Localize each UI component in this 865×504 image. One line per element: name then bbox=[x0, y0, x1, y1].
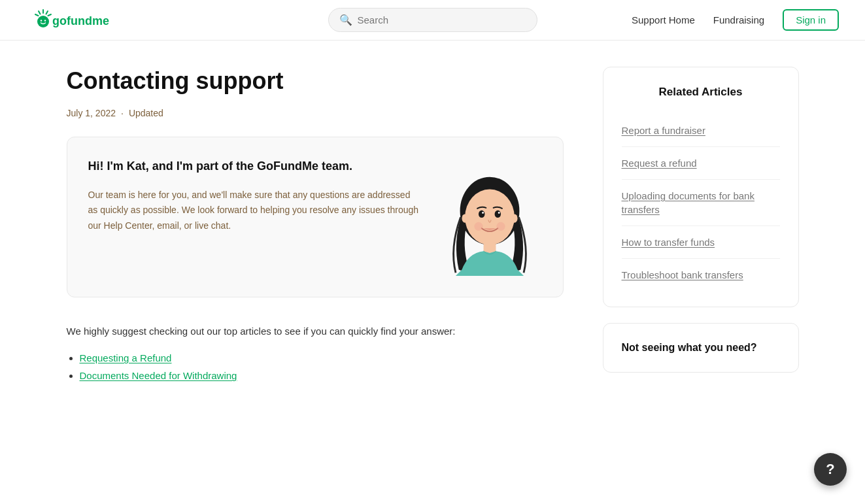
logo[interactable]: gofundme bbox=[26, 8, 111, 32]
nav-links: Support Home Fundraising Sign in bbox=[632, 9, 839, 31]
related-articles-title: Related Articles bbox=[622, 86, 780, 99]
not-seeing-box: Not seeing what you need? bbox=[603, 323, 799, 373]
search-icon: 🔍 bbox=[339, 14, 352, 26]
svg-point-17 bbox=[462, 214, 467, 223]
list-link-documents[interactable]: Documents Needed for Withdrawing bbox=[80, 370, 237, 381]
related-link-refund[interactable]: Request a refund bbox=[622, 147, 780, 180]
kat-greeting: Hi! I'm Kat, and I'm part of the GoFundM… bbox=[88, 158, 422, 175]
meta-dot: · bbox=[121, 108, 124, 118]
nav-support-home[interactable]: Support Home bbox=[632, 14, 695, 25]
svg-line-4 bbox=[35, 14, 39, 16]
bottom-text: We highly suggest checking out our top a… bbox=[67, 324, 564, 339]
related-link-troubleshoot[interactable]: Troubleshoot bank transfers bbox=[622, 259, 780, 291]
kat-illustration bbox=[441, 161, 539, 276]
nav-fundraising[interactable]: Fundraising bbox=[713, 14, 764, 25]
svg-point-12 bbox=[494, 210, 500, 218]
svg-point-16 bbox=[496, 222, 505, 231]
svg-line-1 bbox=[39, 11, 41, 14]
logo-svg: gofundme bbox=[26, 8, 111, 32]
svg-point-5 bbox=[37, 16, 49, 27]
related-articles-box: Related Articles Report a fundraiser Req… bbox=[603, 67, 799, 307]
search-input[interactable] bbox=[358, 14, 526, 25]
kat-body: Our team is here for you, and we'll make… bbox=[88, 188, 422, 233]
svg-text:gofundme: gofundme bbox=[52, 14, 109, 27]
kat-text: Hi! I'm Kat, and I'm part of the GoFundM… bbox=[88, 158, 422, 233]
svg-point-14 bbox=[498, 212, 500, 214]
list-item: Documents Needed for Withdrawing bbox=[80, 370, 564, 381]
main-container: Contacting support July 1, 2022 · Update… bbox=[41, 41, 825, 388]
page-title: Contacting support bbox=[67, 67, 564, 95]
kat-avatar bbox=[437, 158, 542, 276]
related-link-transfer[interactable]: How to transfer funds bbox=[622, 226, 780, 259]
meta-date: July 1, 2022 bbox=[67, 108, 116, 118]
sign-in-button[interactable]: Sign in bbox=[783, 9, 839, 31]
search-wrapper: 🔍 bbox=[328, 8, 537, 32]
content-area: Contacting support July 1, 2022 · Update… bbox=[67, 67, 564, 388]
article-list: Requesting a Refund Documents Needed for… bbox=[67, 352, 564, 381]
list-item: Requesting a Refund bbox=[80, 352, 564, 363]
svg-point-18 bbox=[511, 214, 517, 223]
related-link-uploading[interactable]: Uploading documents for bank transfers bbox=[622, 180, 780, 226]
svg-point-7 bbox=[44, 20, 46, 21]
svg-line-2 bbox=[46, 11, 48, 14]
svg-point-11 bbox=[478, 210, 484, 218]
svg-point-6 bbox=[41, 20, 42, 21]
kat-card: Hi! I'm Kat, and I'm part of the GoFundM… bbox=[67, 137, 564, 297]
not-seeing-title: Not seeing what you need? bbox=[622, 342, 780, 354]
sidebar: Related Articles Report a fundraiser Req… bbox=[603, 67, 799, 388]
header: gofundme 🔍 Support Home Fundraising Sign… bbox=[0, 0, 865, 41]
list-link-refund[interactable]: Requesting a Refund bbox=[80, 352, 172, 363]
meta-info: July 1, 2022 · Updated bbox=[67, 108, 564, 118]
svg-line-3 bbox=[48, 14, 52, 16]
svg-point-10 bbox=[465, 190, 515, 245]
meta-updated: Updated bbox=[129, 108, 163, 118]
svg-point-15 bbox=[474, 222, 483, 231]
svg-point-13 bbox=[482, 212, 484, 214]
related-link-report[interactable]: Report a fundraiser bbox=[622, 114, 780, 147]
search-bar[interactable]: 🔍 bbox=[328, 8, 537, 32]
